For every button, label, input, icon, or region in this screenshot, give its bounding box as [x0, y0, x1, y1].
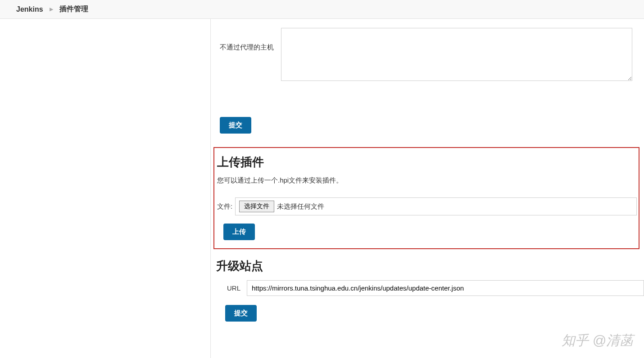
- upload-button[interactable]: 上传: [223, 224, 255, 240]
- upload-plugin-title: 上传插件: [217, 154, 637, 170]
- upload-plugin-desc: 您可以通过上传一个.hpi文件来安装插件。: [217, 176, 637, 185]
- url-label: URL: [227, 284, 240, 292]
- choose-file-button[interactable]: 选择文件: [239, 201, 274, 212]
- breadcrumb-jenkins[interactable]: Jenkins: [16, 5, 43, 13]
- submit-update-site-button[interactable]: 提交: [225, 305, 257, 322]
- upgrade-site-title: 升级站点: [216, 258, 644, 274]
- no-proxy-hosts-textarea[interactable]: [281, 28, 632, 81]
- update-site-url-input[interactable]: [247, 280, 644, 296]
- file-input-container[interactable]: 选择文件 未选择任何文件: [235, 197, 637, 215]
- sidebar-spacer: [0, 19, 211, 358]
- no-proxy-hosts-label: 不通过代理的主机: [220, 28, 274, 52]
- submit-proxy-button[interactable]: 提交: [220, 117, 251, 134]
- file-label: 文件:: [217, 202, 232, 211]
- breadcrumb-plugin-manager[interactable]: 插件管理: [59, 4, 88, 14]
- file-status-text: 未选择任何文件: [277, 202, 324, 211]
- upload-plugin-section-highlight: 上传插件 您可以通过上传一个.hpi文件来安装插件。 文件: 选择文件 未选择任…: [213, 147, 639, 249]
- breadcrumb: Jenkins ▶ 插件管理: [0, 0, 644, 19]
- breadcrumb-separator-icon: ▶: [50, 6, 53, 12]
